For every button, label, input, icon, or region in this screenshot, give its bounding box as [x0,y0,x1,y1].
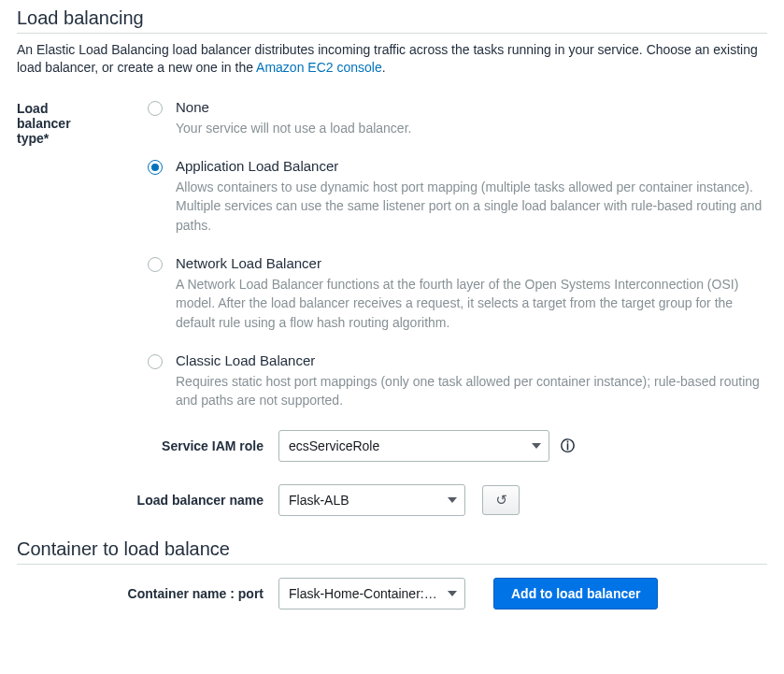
intro-text-a: An Elastic Load Balancing load balancer … [17,42,758,75]
intro-paragraph: An Elastic Load Balancing load balancer … [17,41,767,77]
load-balancer-name-label: Load balancer name [17,493,278,508]
add-to-load-balancer-button[interactable]: Add to load balancer [493,578,658,609]
option-title-nlb: Network Load Balancer [176,255,767,271]
option-desc-nlb: A Network Load Balancer functions at the… [176,275,767,332]
radio-none[interactable] [148,101,163,116]
service-iam-role-label: Service IAM role [17,438,278,453]
ec2-console-link[interactable]: Amazon EC2 console [256,60,382,75]
radio-alb[interactable] [148,160,163,175]
container-name-port-value: Flask-Home-Container:0… [289,586,440,601]
container-name-port-label: Container name : port [17,586,278,601]
caret-down-icon [448,591,457,596]
option-title-clb: Classic Load Balancer [176,352,767,368]
info-icon[interactable]: ⓘ [559,437,576,454]
service-iam-role-select[interactable]: ecsServiceRole [278,430,549,462]
section-title-container: Container to load balance [17,538,767,565]
refresh-icon: ↻ [495,492,507,509]
option-desc-alb: Allows containers to use dynamic host po… [176,178,767,235]
container-name-port-select[interactable]: Flask-Home-Container:0… [278,578,465,609]
option-title-alb: Application Load Balancer [176,158,767,174]
load-balancer-type-label: Load balancer type* [17,99,148,146]
load-balancer-name-value: Flask-ALB [289,493,440,508]
option-title-none: None [176,99,767,115]
caret-down-icon [532,443,541,449]
option-desc-none: Your service will not use a load balance… [176,119,767,137]
option-desc-clb: Requires static host port mappings (only… [176,372,767,410]
caret-down-icon [448,497,457,503]
radio-nlb[interactable] [148,257,163,272]
radio-clb[interactable] [148,354,163,369]
service-iam-role-value: ecsServiceRole [289,438,524,453]
load-balancer-name-select[interactable]: Flask-ALB [278,484,465,516]
refresh-button[interactable]: ↻ [482,485,520,515]
intro-text-b: . [382,60,386,75]
section-title-load-balancing: Load balancing [17,7,767,34]
